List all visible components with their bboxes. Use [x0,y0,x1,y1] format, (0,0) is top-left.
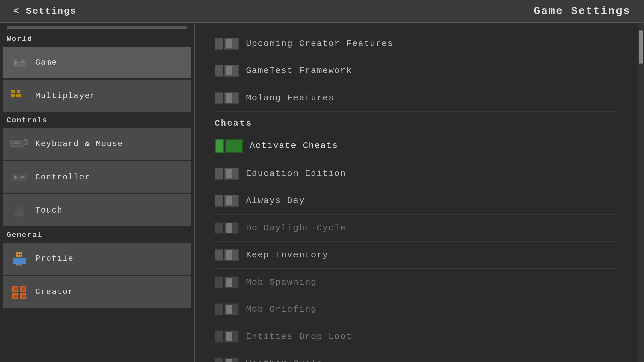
upcoming-creator-label: Upcoming Creator Features [246,39,618,49]
toggle-right-gametest [224,65,239,77]
svg-rect-41 [13,258,16,264]
svg-rect-37 [19,206,21,213]
setting-row-mob-spawning: Mob Spawning [215,269,618,296]
svg-rect-4 [23,61,24,62]
molang-toggle[interactable] [215,92,239,104]
scroll-thumb[interactable] [639,30,643,64]
setting-row-entities-drop: Entities Drop Loot [215,323,618,350]
gametest-toggle[interactable] [215,65,239,77]
svg-rect-54 [22,295,25,298]
toggle-left-gametest [215,65,223,77]
svg-rect-5 [21,62,22,63]
svg-rect-32 [21,177,22,178]
sidebar-item-profile-label: Profile [35,254,74,263]
svg-rect-19 [16,141,18,142]
toggle-left-entities [215,330,223,343]
keep-inventory-label: Keep Inventory [246,250,618,260]
entities-drop-label: Entities Drop Loot [246,331,618,342]
mob-spawning-toggle[interactable] [215,276,239,288]
back-label: < Settings [13,6,76,16]
svg-rect-40 [16,258,22,265]
mob-griefing-toggle[interactable] [215,303,239,315]
svg-rect-12 [12,90,13,91]
svg-rect-29 [14,177,17,178]
svg-rect-52 [22,287,25,291]
svg-rect-43 [16,265,19,266]
svg-rect-18 [14,141,16,142]
svg-rect-13 [13,90,14,91]
toggle-left-inventory [215,249,223,261]
sidebar-item-creator[interactable]: Creator [3,276,191,308]
world-section-label: World [0,32,194,45]
creator-icon [10,283,29,301]
sidebar-item-multiplayer[interactable]: Multiplayer [3,80,191,112]
toggle-right-mob-grief [224,303,239,315]
setting-row-molang: Molang Features [215,84,618,112]
toggle-left-education [215,168,223,180]
upcoming-creator-toggle[interactable] [215,38,239,50]
activate-cheats-label: Activate Cheats [250,141,618,151]
main-layout: World Game [0,23,644,362]
toggle-left-weather [215,358,223,362]
toggle-left-molang [215,92,223,104]
toggle-left-mob-spawn [215,276,223,288]
education-label: Education Edition [246,169,618,179]
sidebar-item-keyboard-label: Keyboard & Mouse [35,139,123,148]
setting-row-gametest: GameTest Framework [215,57,618,84]
always-day-toggle[interactable] [215,195,239,207]
cheats-section-label: Cheats [215,112,618,132]
svg-rect-6 [23,62,24,63]
daylight-toggle[interactable] [215,222,239,234]
setting-row-always-day: Always Day [215,187,618,215]
game-icon [10,53,29,72]
keep-inventory-toggle[interactable] [215,249,239,261]
scroll-indicator-bar[interactable] [638,23,644,362]
svg-rect-36 [17,207,18,213]
svg-rect-31 [23,176,24,177]
toggle-right-always-day [224,195,239,207]
toggle-right-daylight [224,222,239,234]
svg-rect-3 [21,61,22,62]
svg-rect-8 [11,90,15,93]
weather-label: Weather Cycle [246,359,618,362]
sidebar-item-keyboard[interactable]: Keyboard & Mouse [3,128,191,160]
content-area: Upcoming Creator Features GameTest Frame… [195,23,638,362]
sidebar-item-game-label: Game [35,58,57,67]
profile-icon [10,249,29,268]
svg-rect-39 [16,252,22,257]
svg-rect-15 [19,90,19,91]
svg-rect-9 [11,94,15,97]
svg-rect-51 [14,287,17,291]
svg-rect-53 [14,295,17,298]
controller-icon [10,168,29,186]
sidebar-item-profile[interactable]: Profile [3,243,191,275]
svg-rect-34 [18,175,20,176]
always-day-label: Always Day [246,196,618,206]
toggle-right-upcoming [224,38,239,50]
education-toggle[interactable] [215,168,239,180]
sidebar: World Game [0,23,195,362]
svg-rect-17 [12,141,13,142]
keyboard-icon [10,135,29,153]
controls-section-label: Controls [0,113,194,127]
setting-row-education: Education Edition [215,160,618,187]
sidebar-item-touch-label: Touch [35,206,63,215]
sidebar-item-multiplayer-label: Multiplayer [35,91,96,100]
page-title: Game Settings [534,5,631,17]
sidebar-item-controller[interactable]: Controller [3,161,191,193]
header: < Settings Game Settings [0,0,644,23]
setting-row-upcoming-creator: Upcoming Creator Features [215,30,618,57]
svg-rect-11 [16,94,21,97]
back-button[interactable]: < Settings [13,6,76,16]
sidebar-item-touch[interactable]: Touch [3,194,191,226]
weather-toggle[interactable] [215,358,239,362]
entities-drop-toggle[interactable] [215,330,239,343]
svg-rect-2 [14,62,18,63]
toggle-right-molang [224,92,239,104]
activate-cheats-toggle[interactable] [215,139,243,153]
mob-griefing-label: Mob Griefing [246,304,618,314]
toggle-left-always-day [215,195,223,207]
toggle-left-cheats [215,139,224,153]
multiplayer-icon [10,86,29,105]
sidebar-item-game[interactable]: Game [3,47,191,78]
